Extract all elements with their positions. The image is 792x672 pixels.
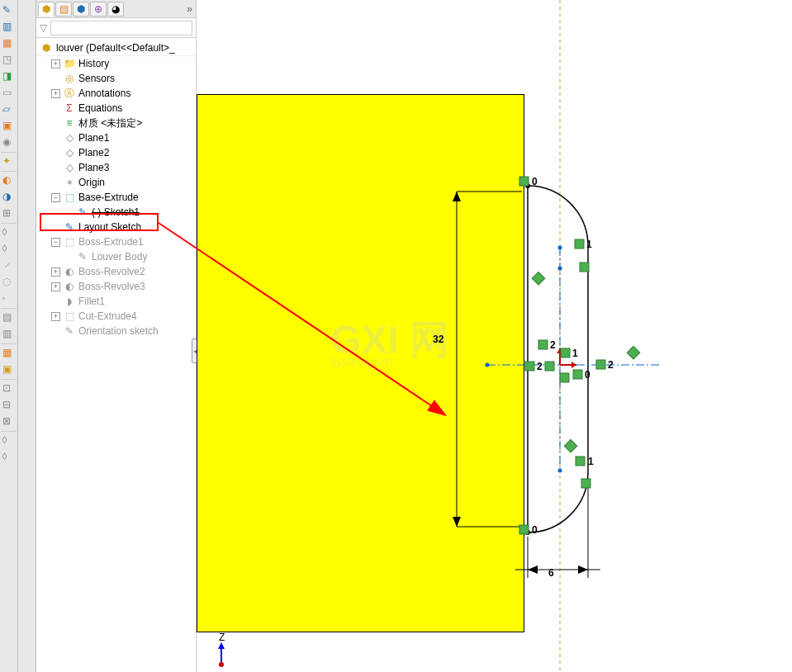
extrude-icon: ⬚ (63, 192, 76, 203)
tabs-more-icon[interactable]: » (187, 3, 192, 15)
toolbar-icon[interactable]: ⟋ (2, 258, 17, 273)
feature-tree: ⬢ louver (Default<<Default>_ +📁History ◎… (36, 38, 196, 340)
toolbar-icon[interactable]: ▤ (2, 310, 17, 325)
tree-node-plane2[interactable]: ◇Plane2 (50, 145, 196, 160)
toolbar-icon[interactable]: ◌ (2, 275, 17, 290)
expand-icon[interactable]: + (51, 267, 60, 277)
sketch-icon: ✎ (63, 221, 76, 233)
panel-tabs: ⬢ ▤ ⬢ ⊕ ◕ » (36, 0, 196, 18)
tree-node-annotations[interactable]: +ⒶAnnotations (50, 86, 196, 101)
toolbar-icon[interactable]: ▣ (2, 119, 17, 134)
tree-node-material[interactable]: ≡材质 <未指定> (50, 116, 196, 130)
cut-extrude-icon: ⬚ (63, 310, 76, 322)
toolbar-icon[interactable]: ◳ (2, 53, 17, 68)
tab-display[interactable]: ◕ (107, 2, 124, 17)
collapse-icon[interactable]: − (51, 238, 60, 247)
sensors-icon: ◎ (63, 73, 76, 84)
toolbar-icon[interactable]: ⊠ (2, 414, 17, 429)
sketch-icon: ✎ (76, 251, 89, 263)
toolbar-icon[interactable]: ▭ (2, 86, 17, 101)
tree-node-sketch1[interactable]: ✎( ) Sketch1 (63, 205, 196, 220)
tree-node-plane3[interactable]: ◇Plane3 (50, 160, 196, 175)
tree-node-cut-extrude4[interactable]: +⬚Cut-Extrude4 (50, 309, 196, 324)
folder-icon: 📁 (63, 58, 76, 69)
filter-bar: ▽ (36, 18, 196, 38)
tree-node-orientation-sketch[interactable]: ✎Orientation sketch (50, 324, 196, 338)
far-left-toolbar: ✎ ▥ ▦ ◳ ◨ ▭ ▱ ▣ ◉ ✦ ◐ ◑ ⊞ ◊ ◊ ⟋ ◌ ◦ ▤ ▥ … (0, 0, 18, 672)
toolbar-icon[interactable]: ✎ (2, 3, 17, 18)
tab-feature-tree[interactable]: ⬢ (38, 2, 55, 17)
toolbar-icon[interactable]: ◑ (2, 190, 17, 205)
toolbar-icon[interactable]: ◊ (2, 433, 17, 448)
expand-icon[interactable]: + (51, 312, 60, 321)
extrude-icon: ⬚ (63, 236, 76, 248)
second-toolbar (18, 0, 36, 672)
toolbar-icon[interactable]: ▣ (2, 362, 17, 377)
tree-node-history[interactable]: +📁History (50, 56, 196, 71)
expand-icon[interactable]: + (51, 89, 60, 98)
tree-node-plane1[interactable]: ◇Plane1 (50, 130, 196, 145)
feature-manager-panel: ⬢ ▤ ⬢ ⊕ ◕ » ▽ ⬢ louver (Default<<Default… (36, 0, 197, 672)
equations-icon: Σ (63, 102, 76, 114)
tree-node-sensors[interactable]: ◎Sensors (50, 71, 196, 86)
toolbar-icon[interactable]: ▦ (2, 346, 17, 361)
tree-root-node[interactable]: ⬢ louver (Default<<Default>_ (36, 40, 196, 56)
toolbar-icon[interactable]: ▥ (2, 327, 17, 342)
expand-icon[interactable]: + (51, 282, 60, 291)
tab-property-manager[interactable]: ▤ (55, 2, 72, 17)
tree-node-layout-sketch[interactable]: ✎Layout Sketch (50, 220, 196, 234)
sketch-icon: ✎ (63, 325, 76, 337)
filter-input[interactable] (50, 21, 192, 35)
toolbar-icon[interactable]: ◐ (2, 173, 17, 188)
toolbar-icon[interactable]: ▱ (2, 102, 17, 117)
tree-node-fillet1[interactable]: ◗Fillet1 (50, 294, 196, 309)
toolbar-icon[interactable]: ⊟ (2, 398, 17, 413)
annotations-icon: Ⓐ (63, 88, 76, 99)
toolbar-icon[interactable]: ⊞ (2, 206, 17, 221)
toolbar-icon[interactable]: ▥ (2, 20, 17, 35)
origin-icon: ⌖ (63, 177, 76, 188)
plane-icon: ◇ (63, 147, 76, 159)
plane-icon: ◇ (63, 132, 76, 144)
toolbar-icon[interactable]: ✦ (2, 154, 17, 169)
expand-icon[interactable]: + (51, 59, 60, 69)
tree-node-equations[interactable]: ΣEquations (50, 101, 196, 116)
part-face[interactable] (197, 94, 524, 632)
plane-icon: ◇ (63, 162, 76, 173)
toolbar-icon[interactable]: ◉ (2, 135, 17, 150)
tree-node-base-extrude[interactable]: −⬚Base-Extrude (50, 190, 196, 205)
fillet-icon: ◗ (63, 296, 76, 307)
sketch-icon: ✎ (76, 206, 89, 218)
tree-node-boss-revolve2[interactable]: +◐Boss-Revolve2 (50, 264, 196, 279)
revolve-icon: ◐ (63, 266, 76, 277)
toolbar-icon[interactable]: ◦ (2, 291, 17, 306)
toolbar-icon[interactable]: ⊡ (2, 381, 17, 396)
tree-node-boss-revolve3[interactable]: +◐Boss-Revolve3 (50, 279, 196, 294)
collapse-icon[interactable]: − (51, 193, 60, 202)
toolbar-icon[interactable]: ▦ (2, 36, 17, 51)
tree-node-louver-body[interactable]: ✎Louver Body (63, 249, 196, 264)
tree-node-boss-extrude1[interactable]: −⬚Boss-Extrude1 (50, 234, 196, 249)
revolve-icon: ◐ (63, 281, 76, 292)
part-icon: ⬢ (40, 42, 53, 54)
tree-node-origin[interactable]: ⌖Origin (50, 175, 196, 190)
toolbar-icon[interactable]: ◊ (2, 450, 17, 465)
toolbar-icon[interactable]: ◨ (2, 69, 17, 84)
material-icon: ≡ (63, 117, 76, 129)
toolbar-icon[interactable]: ◊ (2, 225, 17, 240)
root-label: louver (Default<<Default>_ (56, 42, 175, 54)
funnel-icon[interactable]: ▽ (40, 22, 47, 34)
tab-configuration[interactable]: ⬢ (73, 2, 89, 17)
toolbar-icon[interactable]: ◊ (2, 242, 17, 257)
tab-dimxpert[interactable]: ⊕ (90, 2, 107, 17)
